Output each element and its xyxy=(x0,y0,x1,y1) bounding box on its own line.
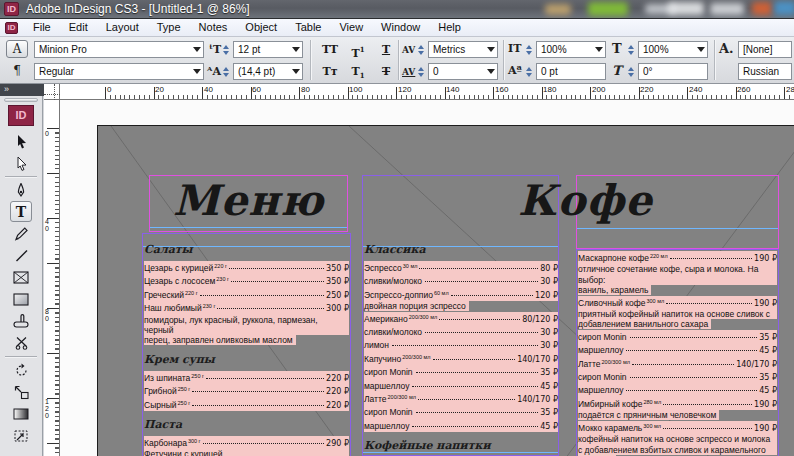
menu-edit[interactable]: Edit xyxy=(60,19,97,36)
menu-line[interactable]: Сливочный кофе300 мл 190 ₽ xyxy=(578,296,777,309)
direct-selection-tool[interactable] xyxy=(0,152,42,174)
menu-line[interactable]: сироп Monin 35 ₽ xyxy=(364,365,558,378)
dropdown-arrow-icon[interactable] xyxy=(193,69,201,74)
skew-field[interactable]: 0° xyxy=(638,63,708,80)
menu-line[interactable]: Крем супы xyxy=(144,353,349,366)
rectangle-tool[interactable] xyxy=(0,288,42,310)
strikethrough-button[interactable]: T xyxy=(374,63,398,81)
menu-line[interactable]: приятный кофейный напиток на основе слив… xyxy=(578,309,777,319)
document-icon[interactable]: ID xyxy=(5,22,18,34)
menu-line[interactable]: Цезарь с курицей220 г 350 ₽ xyxy=(144,261,349,274)
vertical-scale-combo[interactable]: 100% xyxy=(536,41,606,58)
menu-line[interactable]: сливки/молоко 30 ₽ xyxy=(364,274,558,287)
menu-line[interactable]: сироп Monin 35 ₽ xyxy=(364,405,558,418)
kerning-combo[interactable]: Metrics xyxy=(428,41,498,58)
font-style-combo[interactable]: Regular xyxy=(34,63,204,80)
menu-line[interactable]: Латте200/300 мл 140/170 ₽ xyxy=(364,392,558,405)
menu-line[interactable]: Цезарь с лососем230 г 350 ₽ xyxy=(144,274,349,287)
scale-tool[interactable] xyxy=(0,381,42,403)
document-canvas[interactable]: Меню Кофе Салаты Цезарь с курицей220 г 3… xyxy=(60,100,794,456)
tracking-stepper[interactable] xyxy=(416,63,425,80)
menu-line[interactable]: добавлением ванильного сахара xyxy=(578,319,777,329)
menu-line[interactable]: двойная порция эспрессо xyxy=(364,301,558,311)
vertical-scale-stepper[interactable] xyxy=(524,41,533,58)
dropdown-arrow-icon[interactable] xyxy=(595,47,603,52)
menu-line[interactable]: сироп Monin 35 ₽ xyxy=(578,330,777,343)
title-bar[interactable]: ID Adobe InDesign CS3 - [Untitled-1 @ 86… xyxy=(0,0,794,19)
menu-line[interactable]: Маскарпоне кофе220 мл 190 ₽ xyxy=(578,251,777,264)
ruler-origin-box[interactable] xyxy=(44,84,60,100)
superscript-button[interactable]: T1 xyxy=(346,41,370,59)
menu-line[interactable]: подаётся с пряничным человечком xyxy=(578,410,777,420)
menu-line[interactable]: кофейный напиток на основе эспрессо и мо… xyxy=(578,434,777,444)
font-size-combo[interactable]: 12 pt xyxy=(233,41,303,58)
menu-line[interactable]: Эспрессо-доппио60 мл 120 ₽ xyxy=(364,288,558,301)
menu-line[interactable]: сироп Monin 35 ₽ xyxy=(578,370,777,383)
scissors-tool[interactable] xyxy=(0,332,42,354)
menu-notes[interactable]: Notes xyxy=(190,19,237,36)
dropdown-arrow-icon[interactable] xyxy=(487,69,495,74)
menu-line[interactable]: сливки/молоко 30 ₽ xyxy=(364,325,558,338)
menu-line[interactable]: Салаты xyxy=(144,243,349,256)
character-formatting-button[interactable]: A xyxy=(6,40,28,58)
menu-line[interactable]: маршеллоу 45 ₽ xyxy=(364,379,558,392)
expand-dock-icon[interactable]: » xyxy=(4,84,9,94)
menu-line[interactable]: Эспрессо30 мл 80 ₽ xyxy=(364,261,558,274)
menu-help[interactable]: Help xyxy=(429,19,470,36)
menu-line[interactable]: Имбирный кофе280 мл 190 ₽ xyxy=(578,397,777,410)
menu-line[interactable]: Капучино200/300 мл 140/170 ₽ xyxy=(364,352,558,365)
vertical-ruler[interactable]: 0 40 80 120 xyxy=(44,100,60,456)
button-tool[interactable] xyxy=(0,310,42,332)
menu-line[interactable]: помидоры, лук красный, руккола, пармезан… xyxy=(144,315,349,336)
menu-layout[interactable]: Layout xyxy=(97,19,148,36)
menu-window[interactable]: Window xyxy=(372,19,429,36)
menu-line[interactable]: перец, заправлен оливковым маслом xyxy=(144,335,349,345)
menu-line[interactable]: Паста xyxy=(144,418,349,431)
leading-stepper[interactable] xyxy=(221,63,230,80)
menu-line[interactable]: маршеллоу 45 ₽ xyxy=(364,419,558,432)
dropdown-arrow-icon[interactable] xyxy=(697,47,705,52)
menu-line[interactable]: Мокко карамель300 мл 190 ₽ xyxy=(578,421,777,434)
leading-combo[interactable]: (14,4 pt) xyxy=(233,63,303,80)
baseline-shift-stepper[interactable] xyxy=(524,63,533,80)
menu-line[interactable]: Кофейные напитки xyxy=(364,439,558,452)
tracking-combo[interactable]: 0 xyxy=(428,63,498,80)
font-family-combo[interactable]: Minion Pro xyxy=(34,41,204,58)
line-tool[interactable] xyxy=(0,244,42,266)
menu-line[interactable]: Фетучини с курицей xyxy=(144,449,349,456)
coffee-title[interactable]: Кофе xyxy=(518,178,653,224)
menu-line[interactable]: Американо200/300 мл 80/120 ₽ xyxy=(364,312,558,325)
all-caps-button[interactable]: TT xyxy=(318,41,342,59)
dropdown-arrow-icon[interactable] xyxy=(487,47,495,52)
menu-view[interactable]: View xyxy=(330,19,372,36)
pencil-tool[interactable] xyxy=(0,222,42,244)
gradient-tool[interactable] xyxy=(0,403,42,425)
language-combo[interactable]: Russian xyxy=(738,63,792,80)
rotate-tool[interactable] xyxy=(0,359,42,381)
menu-line[interactable]: Из шпината250 г 220 ₽ xyxy=(144,371,349,384)
panel-dock-collapse-bar[interactable]: » xyxy=(0,84,44,96)
menu-file[interactable]: File xyxy=(24,19,60,36)
skew-stepper[interactable] xyxy=(626,63,635,80)
pen-tool[interactable] xyxy=(0,179,42,201)
paragraph-formatting-button[interactable]: ¶ xyxy=(6,63,28,81)
menu-title[interactable]: Меню xyxy=(149,178,348,224)
menu-line[interactable]: Латте200/300 мл 140/170 ₽ xyxy=(578,357,777,370)
menu-line[interactable]: Классика xyxy=(364,243,558,256)
small-caps-button[interactable]: Tᴛ xyxy=(318,63,342,81)
menu-line[interactable]: маршеллоу 45 ₽ xyxy=(578,343,777,356)
menu-object[interactable]: Object xyxy=(236,19,286,36)
menu-line[interactable]: лимон 30 ₽ xyxy=(364,338,558,351)
horizontal-ruler[interactable]: 0 20 40 60 80 100 120 140 160 180 200 22… xyxy=(60,84,794,100)
type-tool[interactable]: T xyxy=(10,201,32,222)
kerning-stepper[interactable] xyxy=(416,41,425,58)
menu-type[interactable]: Type xyxy=(148,19,190,36)
menu-column-right[interactable]: Маскарпоне кофе220 мл 190 ₽ отличное соч… xyxy=(578,251,777,456)
menu-line[interactable]: ваниль, карамель xyxy=(578,285,777,295)
subscript-button[interactable]: T1 xyxy=(346,63,370,81)
font-size-stepper[interactable] xyxy=(221,41,230,58)
character-style-combo[interactable]: [None] xyxy=(738,41,792,58)
menu-column-middle[interactable]: Классика Эспрессо30 мл 80 ₽ сливки/молок… xyxy=(364,243,558,456)
page-background-frame[interactable]: Меню Кофе Салаты Цезарь с курицей220 г 3… xyxy=(97,125,794,456)
menu-line[interactable]: маршеллоу 45 ₽ xyxy=(578,383,777,396)
